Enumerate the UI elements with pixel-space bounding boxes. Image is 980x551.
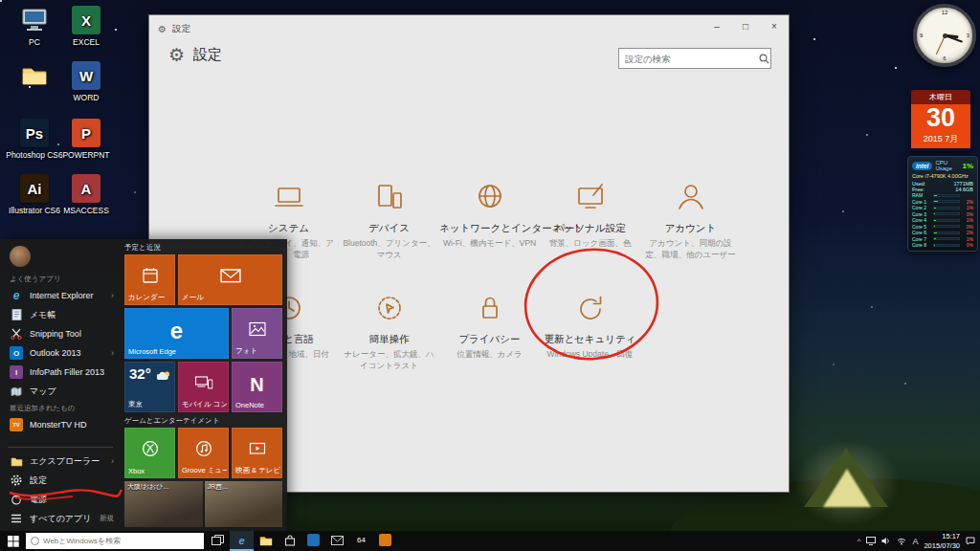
settings-titlebar[interactable]: ⚙ 設定 – □ × xyxy=(149,15,789,42)
category-desc: ナレーター、拡大鏡、ハイコントラスト xyxy=(339,349,439,372)
start-app-notepad[interactable]: メモ帳 xyxy=(0,305,121,324)
start-app-snipping-tool[interactable]: Snipping Tool xyxy=(0,324,121,343)
network-globe-icon xyxy=(439,173,540,215)
weather-city: 東京 xyxy=(128,400,173,409)
taskbar-store-icon[interactable] xyxy=(278,531,301,551)
taskbar-app-icon-mail[interactable] xyxy=(325,531,349,551)
tile-phone-companion[interactable]: モバイル コンパ... xyxy=(178,362,229,412)
clock-number-6: 6 xyxy=(943,55,946,61)
tile-calendar[interactable]: カレンダー xyxy=(124,254,175,305)
cpu-model: Core i7-4790K 4.00GHz xyxy=(912,173,973,179)
cpu-meter-gadget[interactable]: intel CPU Usage 1% Core i7-4790K 4.00GHz… xyxy=(907,156,978,252)
settings-category-update-security[interactable]: 更新とセキュリティ Windows Update、回復 xyxy=(540,284,640,372)
start-button[interactable] xyxy=(0,531,26,551)
core-value: 0% xyxy=(962,242,973,248)
system-icon xyxy=(238,173,339,215)
recent-apps-heading: 最近追加されたもの xyxy=(0,401,121,415)
desktop-icon-label: POWERPNT xyxy=(52,150,121,160)
category-name: 更新とセキュリティ xyxy=(540,333,640,346)
settings-search-input[interactable] xyxy=(619,54,757,64)
close-button[interactable]: × xyxy=(760,15,789,36)
tile-label: カレンダー xyxy=(128,293,173,302)
settings-category-personalization[interactable]: パーソナル設定 背景、ロック画面、色 xyxy=(540,173,640,261)
clock-number-9: 9 xyxy=(920,33,923,38)
settings-category-devices[interactable]: デバイス Bluetooth、プリンター、マウス xyxy=(339,173,439,261)
start-item-settings[interactable]: 設定 xyxy=(0,471,121,490)
start-item-all-apps[interactable]: すべてのアプリ 新規 xyxy=(0,509,121,528)
category-desc: Wi-Fi、機内モード、VPN xyxy=(439,238,540,250)
category-desc: アカウント、同期の設定、職場、他のユーザー xyxy=(640,238,741,261)
tile-mail[interactable]: メール xyxy=(178,254,282,305)
file-explorer-icon xyxy=(10,454,23,468)
news-photo: JR西... xyxy=(205,481,283,527)
news-tile[interactable]: 大阪!おおひ... JR西... xyxy=(124,481,282,527)
ram-label: RAM xyxy=(912,192,931,198)
category-name: プライバシー xyxy=(439,333,540,346)
settings-search-box[interactable] xyxy=(618,48,771,69)
tray-chevron-up-icon[interactable]: ^ xyxy=(858,537,861,545)
tray-volume-icon[interactable] xyxy=(881,537,891,545)
tile-photos[interactable]: フォト xyxy=(232,308,282,359)
taskbar-search-box[interactable] xyxy=(26,533,204,549)
taskbar-file-explorer-icon[interactable] xyxy=(254,531,278,551)
calendar-gadget[interactable]: 木曜日 30 2015 7月 xyxy=(911,90,970,151)
taskbar-search-input[interactable] xyxy=(43,537,199,545)
taskbar-app-icon-photos[interactable] xyxy=(301,531,325,551)
settings-category-accounts[interactable]: アカウント アカウント、同期の設定、職場、他のユーザー xyxy=(640,173,741,261)
maps-icon xyxy=(10,385,23,398)
taskbar-edge-icon[interactable]: e xyxy=(230,531,254,551)
settings-category-privacy[interactable]: プライバシー 位置情報、カメラ xyxy=(439,284,540,372)
calendar-icon xyxy=(142,267,159,288)
tray-display-icon[interactable] xyxy=(866,537,876,545)
taskbar-app-icon-64[interactable]: 64 xyxy=(349,531,373,551)
tile-xbox[interactable]: Xbox xyxy=(124,428,175,478)
desktop-icon-access[interactable]: A MSACCESS xyxy=(52,174,121,215)
core-value: 1% xyxy=(962,217,973,223)
desktop: PC Ps Photoshop CS6 Ai Illustrator CS6 X… xyxy=(0,0,980,551)
movies-tv-icon xyxy=(249,442,266,460)
ime-indicator[interactable]: A xyxy=(912,537,918,546)
tile-weather[interactable]: 32° 東京 xyxy=(124,362,175,412)
desktop-icon-powerpoint[interactable]: P POWERPNT xyxy=(52,119,121,160)
settings-category-network[interactable]: ネットワークとインターネット Wi-Fi、機内モード、VPN xyxy=(439,173,540,261)
start-app-monstertv[interactable]: TV MonsterTV HD xyxy=(0,415,121,434)
start-app-maps[interactable]: マップ xyxy=(0,382,121,401)
category-desc: Bluetooth、プリンター、マウス xyxy=(339,238,439,261)
infopath-icon: I xyxy=(10,365,23,379)
chevron-right-icon: › xyxy=(111,291,114,300)
core-label: Core 8 xyxy=(912,242,931,248)
tile-groove-music[interactable]: Groove ミュージ... xyxy=(178,428,229,478)
analog-clock-gadget[interactable]: 12 3 6 9 xyxy=(913,4,976,67)
tile-microsoft-edge[interactable]: e Microsoft Edge xyxy=(124,308,229,359)
settings-category-ease-of-access[interactable]: 簡単操作 ナレーター、拡大鏡、ハイコントラスト xyxy=(339,284,439,372)
start-app-internet-explorer[interactable]: e Internet Explorer › xyxy=(0,286,121,305)
desktop-icon-word[interactable]: W WORD xyxy=(52,61,121,102)
phone-companion-icon xyxy=(194,376,212,393)
tile-onenote[interactable]: N OneNote xyxy=(232,362,282,412)
taskbar-app-icon-monstertv[interactable] xyxy=(373,531,397,551)
maximize-button[interactable]: □ xyxy=(731,15,760,36)
clock-center-pin xyxy=(943,33,947,38)
app-label: MonsterTV HD xyxy=(30,420,87,430)
cortana-icon xyxy=(31,537,39,545)
taskbar-clock[interactable]: 15:17 2015/07/30 xyxy=(924,532,960,550)
start-app-infopath[interactable]: I InfoPath Filler 2013 xyxy=(0,363,121,382)
settings-window-icon: ⚙ xyxy=(158,24,167,34)
start-item-explorer[interactable]: エクスプローラー › xyxy=(0,452,121,471)
core-bar xyxy=(933,231,960,234)
task-view-button[interactable] xyxy=(206,531,230,551)
user-avatar[interactable] xyxy=(10,246,31,267)
core-label: Core 1 xyxy=(912,199,931,205)
core-label: Core 4 xyxy=(912,217,931,223)
start-app-outlook[interactable]: O Outlook 2013 › xyxy=(0,343,121,363)
action-center-icon[interactable] xyxy=(966,537,975,545)
new-badge: 新規 xyxy=(100,514,114,523)
tray-network-icon[interactable] xyxy=(897,537,906,545)
tile-movies-tv[interactable]: 映画 & テレビ xyxy=(232,428,282,478)
category-name: パーソナル設定 xyxy=(540,222,640,235)
minimize-button[interactable]: – xyxy=(702,15,731,36)
pc-icon xyxy=(20,6,49,34)
desktop-icon-excel[interactable]: X EXCEL xyxy=(52,6,121,47)
start-item-power[interactable]: 電源 xyxy=(0,490,121,509)
core-label: Core 6 xyxy=(912,230,931,235)
